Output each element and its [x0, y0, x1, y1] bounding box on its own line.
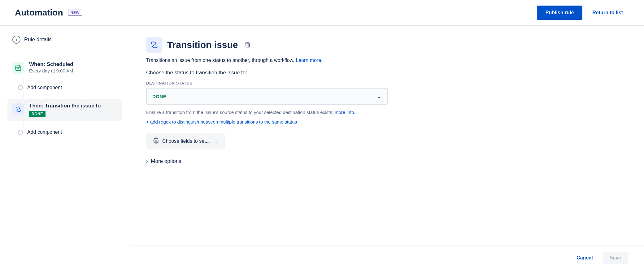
status-dropdown[interactable]: DONE ⌄ — [146, 88, 388, 105]
connector-line-2 — [24, 92, 24, 98]
done-badge: DONE — [29, 111, 46, 117]
header-left: Automation NEW — [15, 8, 82, 18]
connector-line-1 — [24, 77, 24, 84]
when-scheduled-item[interactable]: When: Scheduled Every day at 9:00 AM — [12, 58, 117, 77]
info-icon: i — [12, 36, 20, 44]
main-content: i Rule details — [0, 26, 644, 270]
svg-point-2 — [18, 68, 19, 69]
chevron-down-icon: ⌄ — [377, 93, 381, 100]
header: Automation NEW Publish rule Return to li… — [0, 0, 644, 26]
panel-description: Transitions an issue from one status to … — [146, 57, 628, 64]
transition-icon — [12, 103, 24, 115]
publish-rule-button[interactable]: Publish rule — [537, 6, 583, 20]
workflow-section: When: Scheduled Every day at 9:00 AM Add… — [12, 58, 117, 136]
panel-title: Transition issue — [167, 40, 238, 50]
trash-icon[interactable] — [243, 40, 253, 50]
choose-status-text: Choose the status to transition the issu… — [146, 70, 628, 76]
header-right: Publish rule Return to list — [537, 6, 629, 20]
calendar-icon — [12, 62, 24, 74]
status-dropdown-value: DONE — [152, 94, 166, 99]
when-item-content: When: Scheduled Every day at 9:00 AM — [29, 61, 117, 73]
return-to-list-button[interactable]: Return to list — [586, 6, 629, 20]
choose-fields-label: Choose fields to set... — [162, 138, 210, 144]
panel-header: Transition issue — [146, 37, 628, 53]
ensure-text: Ensure a transition from the issue's sou… — [146, 109, 388, 116]
when-item-title: When: Scheduled — [29, 61, 117, 68]
choose-fields-chevron: ⌄ — [214, 139, 218, 144]
add-component-2-label[interactable]: Add component — [27, 129, 62, 135]
learn-more-link[interactable]: Learn more. — [296, 58, 322, 63]
panel-transition-icon — [146, 37, 162, 53]
panel-footer: Cancel Save — [130, 246, 644, 270]
add-component-1-label[interactable]: Add component — [27, 85, 62, 90]
ensure-text-content: Ensure a transition from the issue's sou… — [146, 110, 333, 115]
destination-status-label: Destination status — [146, 81, 628, 85]
connector-dot-2 — [18, 130, 23, 135]
more-options-button[interactable]: › More options — [146, 158, 181, 164]
gear-icon — [153, 137, 159, 145]
then-item-content: Then: Transition the issue to DONE — [29, 103, 117, 117]
rule-details-section: i Rule details — [12, 36, 117, 50]
svg-point-3 — [155, 140, 157, 141]
svg-rect-0 — [16, 66, 21, 71]
add-regex-link[interactable]: + add regex to distinguish between multi… — [146, 119, 628, 124]
new-badge: NEW — [68, 10, 82, 16]
sidebar: i Rule details — [0, 26, 130, 270]
then-transition-item[interactable]: Then: Transition the issue to DONE — [7, 99, 122, 121]
connector-dot-1 — [18, 85, 23, 90]
description-text: Transitions an issue from one status to … — [146, 58, 294, 63]
when-item-subtitle: Every day at 9:00 AM — [29, 68, 117, 73]
more-options-label: More options — [151, 158, 181, 164]
chevron-right-icon: › — [146, 159, 148, 164]
then-item-title: Then: Transition the issue to — [29, 103, 117, 109]
choose-fields-button[interactable]: Choose fields to set... ⌄ — [146, 133, 225, 150]
save-button[interactable]: Save — [603, 252, 628, 264]
cancel-button[interactable]: Cancel — [572, 252, 598, 264]
add-component-2-row[interactable]: Add component — [12, 128, 117, 136]
rule-details-label: Rule details — [24, 37, 52, 43]
connector-line-3 — [24, 122, 24, 128]
right-panel: Transition issue Transitions an issue fr… — [130, 26, 644, 246]
more-info-link[interactable]: more info. — [335, 110, 355, 115]
add-component-1-row[interactable]: Add component — [12, 84, 117, 92]
app-title: Automation — [15, 8, 63, 18]
svg-point-1 — [17, 68, 18, 69]
